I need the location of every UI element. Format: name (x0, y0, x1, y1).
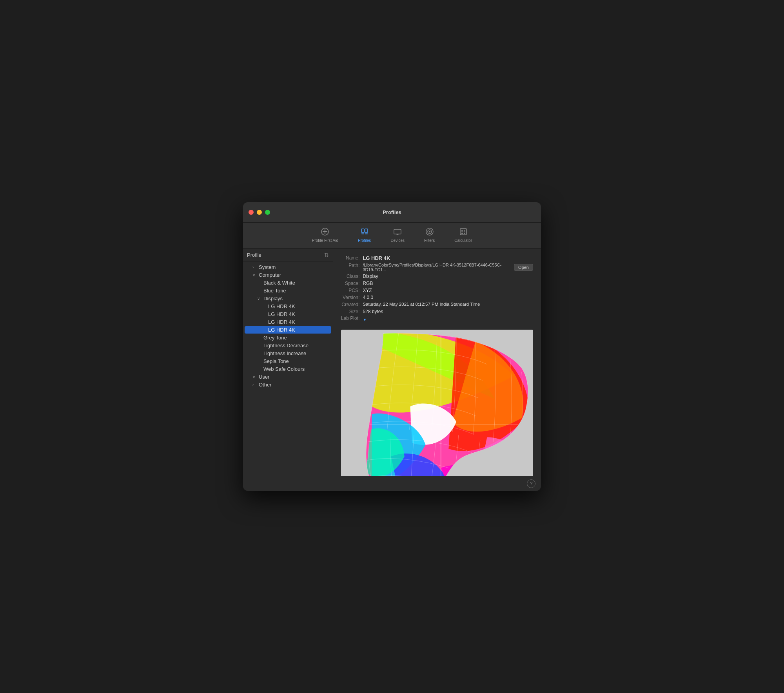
toolbar-label-devices: Devices (390, 238, 405, 243)
arrow-icon: ∨ (252, 273, 257, 277)
sidebar-item-computer[interactable]: ∨ Computer (245, 271, 331, 279)
toolbar-label-profile-first-aid: Profile First Aid (312, 238, 338, 243)
open-button[interactable]: Open (514, 264, 533, 271)
main-panel: Name: LG HDR 4K Path: /Library/ColorSync… (333, 249, 541, 476)
sidebar-item-label: User (259, 374, 269, 380)
path-value: /Library/ColorSync/Profiles/Displays/LG … (363, 262, 512, 272)
sidebar-item-lg-hdr-4k-3[interactable]: LG HDR 4K (245, 318, 331, 326)
svg-rect-5 (361, 233, 364, 234)
arrow-icon: › (252, 265, 257, 269)
traffic-lights (249, 210, 270, 215)
space-value: RGB (363, 280, 533, 287)
size-value: 528 bytes (363, 308, 533, 315)
sidebar-item-label: Sepia Tone (263, 358, 289, 364)
sidebar-item-lg-hdr-4k-2[interactable]: LG HDR 4K (245, 310, 331, 318)
bottom-bar: ? (243, 476, 541, 491)
svg-rect-7 (394, 229, 401, 234)
svg-rect-18 (461, 233, 463, 234)
help-button[interactable]: ? (527, 479, 535, 488)
sidebar-item-blue-tone[interactable]: Blue Tone (245, 287, 331, 294)
size-label: Size: (341, 308, 359, 315)
main-window: Profiles Profile First Aid (243, 202, 541, 491)
profile-first-aid-icon (321, 227, 329, 237)
pcs-value: XYZ (363, 287, 533, 294)
lab-plot-label: Lab Plot: (341, 316, 359, 321)
sidebar-item-web-safe-colours[interactable]: Web Safe Colours (245, 365, 331, 373)
version-value: 4.0.0 (363, 294, 533, 301)
sidebar-item-label: LG HDR 4K (268, 311, 295, 317)
sidebar-item-system[interactable]: › System (245, 263, 331, 271)
class-label: Class: (341, 273, 359, 279)
svg-rect-6 (365, 233, 368, 234)
path-label: Path: (341, 262, 359, 272)
filters-icon (425, 227, 434, 237)
version-label: Version: (341, 294, 359, 301)
sidebar: Profile ⇅ › System ∨ Computer Black & Wh… (243, 249, 333, 476)
sidebar-item-label: System (259, 264, 276, 270)
profile-info-grid: Name: LG HDR 4K Path: /Library/ColorSync… (341, 255, 533, 323)
toolbar-item-profiles[interactable]: Profiles (354, 226, 375, 244)
svg-rect-19 (464, 233, 465, 234)
sidebar-item-grey-tone[interactable]: Grey Tone (245, 334, 331, 341)
toolbar-item-calculator[interactable]: Calculator (450, 226, 476, 244)
arrow-icon: ∨ (252, 375, 257, 379)
sidebar-sort-icon[interactable]: ⇅ (324, 252, 329, 258)
sidebar-tree: › System ∨ Computer Black & White Blue T… (243, 261, 333, 476)
sidebar-item-sepia-tone[interactable]: Sepia Tone (245, 357, 331, 365)
color-gamut-svg (341, 330, 533, 476)
toolbar-item-filters[interactable]: Filters (420, 226, 439, 244)
svg-point-12 (429, 231, 430, 232)
sidebar-item-label: Web Safe Colours (263, 366, 305, 372)
sidebar-item-label: Other (259, 382, 272, 388)
sidebar-item-displays[interactable]: ∨ Displays (245, 295, 331, 302)
name-label: Name: (341, 255, 359, 261)
sidebar-item-label: Grey Tone (263, 335, 287, 341)
svg-rect-15 (464, 230, 465, 231)
devices-icon (393, 227, 402, 237)
sidebar-item-label: Black & White (263, 280, 295, 286)
sidebar-item-lg-hdr-4k-1[interactable]: LG HDR 4K (245, 303, 331, 310)
space-label: Space: (341, 280, 359, 287)
sidebar-item-label: LG HDR 4K (268, 319, 295, 325)
toolbar-item-devices[interactable]: Devices (387, 226, 408, 244)
toolbar: Profile First Aid Profiles (243, 223, 541, 249)
sidebar-header-label: Profile (247, 252, 261, 258)
class-value: Display (363, 273, 533, 279)
toolbar-item-profile-first-aid[interactable]: Profile First Aid (308, 226, 342, 244)
created-value: Saturday, 22 May 2021 at 8:12:57 PM Indi… (363, 301, 533, 308)
maximize-button[interactable] (265, 210, 270, 215)
arrow-icon: › (252, 383, 257, 387)
calculator-icon (459, 227, 468, 237)
sidebar-item-label: Computer (259, 272, 281, 278)
sidebar-item-label: Lightness Decrease (263, 343, 309, 348)
svg-rect-17 (464, 232, 465, 232)
window-title: Profiles (383, 209, 401, 215)
lab-plot-chart (341, 330, 533, 476)
lab-plot-arrow-icon: ▼ (363, 317, 367, 322)
svg-rect-4 (365, 229, 368, 232)
sidebar-item-user[interactable]: ∨ User (245, 373, 331, 381)
sidebar-item-other[interactable]: › Other (245, 381, 331, 388)
svg-rect-16 (461, 232, 463, 232)
svg-rect-3 (361, 229, 364, 232)
sidebar-item-lightness-decrease[interactable]: Lightness Decrease (245, 342, 331, 349)
toolbar-label-profiles: Profiles (358, 238, 371, 243)
close-button[interactable] (249, 210, 254, 215)
name-value: LG HDR 4K (363, 255, 533, 261)
toolbar-label-calculator: Calculator (454, 238, 472, 243)
lab-plot-arrow-row: ▼ (363, 316, 533, 323)
svg-rect-13 (460, 229, 466, 235)
sidebar-item-lg-hdr-4k-4[interactable]: LG HDR 4K (245, 326, 331, 334)
toolbar-label-filters: Filters (424, 238, 435, 243)
sidebar-item-label: LG HDR 4K (268, 327, 295, 333)
titlebar: Profiles (243, 202, 541, 223)
sidebar-item-lightness-increase[interactable]: Lightness Increase (245, 350, 331, 357)
pcs-label: PCS: (341, 287, 359, 294)
minimize-button[interactable] (257, 210, 262, 215)
sidebar-item-black-white[interactable]: Black & White (245, 279, 331, 287)
sidebar-header: Profile ⇅ (243, 249, 333, 261)
sidebar-item-label: Blue Tone (263, 288, 286, 294)
sidebar-item-label: Lightness Increase (263, 350, 306, 356)
sidebar-item-label: Displays (263, 296, 283, 301)
arrow-icon: ∨ (257, 296, 262, 301)
